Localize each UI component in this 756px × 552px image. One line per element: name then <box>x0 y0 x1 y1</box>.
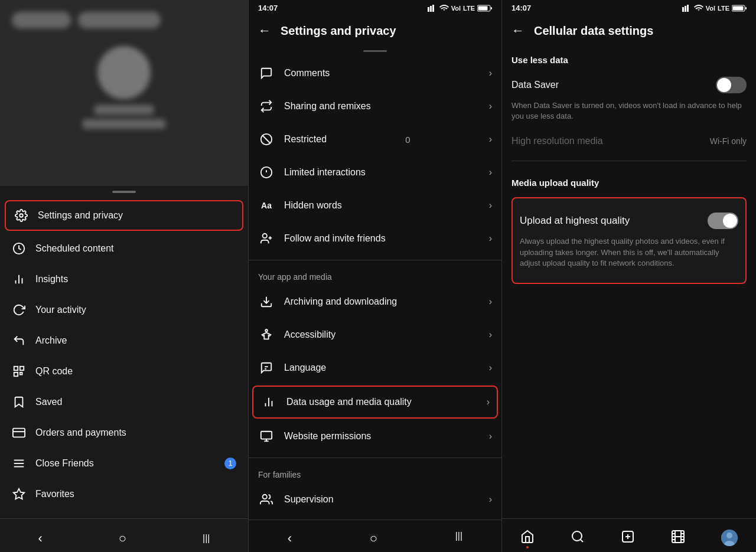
settings-item-data-usage[interactable]: Data usage and media quality › <box>252 386 498 419</box>
data-saver-description: When Data Saver is turned on, videos won… <box>511 100 747 129</box>
back-button[interactable]: ‹ <box>38 531 42 546</box>
home-button[interactable]: ○ <box>119 531 126 546</box>
sidebar-item-label: Orders and payments <box>35 427 126 438</box>
status-icons-middle: Vol LTE <box>428 5 492 12</box>
reels-nav-button[interactable] <box>671 530 685 546</box>
settings-item-language[interactable]: Language › <box>249 351 501 384</box>
recents-button[interactable]: ||| <box>203 533 210 544</box>
search-nav-button[interactable] <box>571 530 585 546</box>
add-nav-button[interactable] <box>621 530 635 546</box>
svg-point-29 <box>263 234 267 238</box>
svg-point-33 <box>265 329 268 332</box>
right-bottom-nav <box>502 518 756 552</box>
sharing-icon <box>258 98 275 115</box>
chevron-icon: › <box>489 296 492 307</box>
supervision-icon <box>258 491 275 508</box>
svg-point-49 <box>572 531 582 541</box>
svg-point-42 <box>263 495 267 499</box>
svg-rect-7 <box>14 373 18 376</box>
back-arrow-middle[interactable]: ← <box>258 23 271 38</box>
upload-quality-row: Upload at highest quality <box>520 205 738 236</box>
sidebar-item-your-activity[interactable]: Your activity <box>0 295 248 325</box>
item-label: Language <box>284 362 326 373</box>
sidebar-item-saved[interactable]: Saved <box>0 387 248 417</box>
svg-rect-9 <box>13 429 25 437</box>
divider-top <box>363 50 387 52</box>
sidebar-item-scheduled-content[interactable]: Scheduled content <box>0 233 248 264</box>
middle-header: ← Settings and privacy <box>249 16 501 45</box>
sidebar-item-close-friends[interactable]: Close Friends 1 <box>0 448 248 479</box>
sidebar-item-archive[interactable]: Archive <box>0 325 248 356</box>
back-arrow-right[interactable]: ← <box>511 23 524 38</box>
data-saver-row: Data Saver <box>511 70 747 100</box>
data-saver-toggle[interactable] <box>716 77 747 93</box>
recents-button-m[interactable]: ||| <box>455 531 462 546</box>
item-label: Limited interactions <box>284 167 366 178</box>
upload-quality-section: Upload at highest quality Always upload … <box>511 197 747 284</box>
sidebar-item-orders-payments[interactable]: Orders and payments <box>0 417 248 448</box>
left-bottom-nav: ‹ ○ ||| <box>0 518 248 552</box>
settings-item-follow-invite[interactable]: Follow and invite friends › <box>249 222 501 255</box>
settings-item-comments[interactable]: Comments › <box>249 57 501 90</box>
right-header: ← Cellular data settings <box>502 16 756 45</box>
settings-item-hidden-words[interactable]: Aa Hidden words › <box>249 189 501 222</box>
svg-rect-45 <box>687 5 689 12</box>
item-label: Comments <box>284 68 330 79</box>
settings-item-limited-interactions[interactable]: Limited interactions › <box>249 156 501 189</box>
settings-item-website-permissions[interactable]: Website permissions › <box>249 420 501 453</box>
restricted-icon <box>258 131 275 148</box>
svg-rect-8 <box>20 373 22 375</box>
svg-rect-23 <box>491 7 492 9</box>
settings-item-restricted[interactable]: Restricted 0 › <box>249 123 501 156</box>
chevron-icon: › <box>489 134 492 145</box>
home-nav-button[interactable] <box>520 530 535 546</box>
time-right: 14:07 <box>511 4 531 12</box>
time-middle: 14:07 <box>258 4 278 12</box>
hidden-words-icon: Aa <box>258 197 275 214</box>
settings-item-archiving[interactable]: Archiving and downloading › <box>249 285 501 318</box>
home-button-m[interactable]: ○ <box>370 531 377 546</box>
archiving-icon <box>258 293 275 310</box>
sidebar-item-label: Settings and privacy <box>38 210 123 221</box>
settings-item-sharing[interactable]: Sharing and remixes › <box>249 90 501 123</box>
discover-icon <box>12 518 26 518</box>
item-label: Accessibility <box>284 329 335 340</box>
right-panel-title: Cellular data settings <box>534 24 653 38</box>
sidebar-item-insights[interactable]: Insights <box>0 264 248 295</box>
chevron-icon: › <box>489 329 492 340</box>
svg-rect-43 <box>682 7 684 12</box>
middle-panel: 14:07 Vol LTE ← Settings and privacy Com… <box>248 0 502 552</box>
data-saver-label: Data Saver <box>511 80 559 90</box>
qr-icon <box>12 364 26 378</box>
status-icons-right: Vol LTE <box>682 5 747 12</box>
sidebar-item-discover-people[interactable]: Discover people <box>0 509 248 518</box>
status-bar-middle: 14:07 Vol LTE <box>249 0 501 16</box>
back-button-m[interactable]: ‹ <box>288 531 292 546</box>
close-friends-icon <box>12 456 26 471</box>
upload-quality-title: Media upload quality <box>511 168 747 192</box>
upload-quality-toggle[interactable] <box>708 213 738 229</box>
item-label: Website permissions <box>284 431 371 442</box>
sidebar-item-label: Favorites <box>35 489 74 499</box>
sidebar-item-label: Close Friends <box>35 458 94 469</box>
sidebar-item-label: Your activity <box>35 305 86 315</box>
settings-icon <box>14 208 28 223</box>
section-app-media: Your app and media <box>249 265 501 285</box>
chevron-icon: › <box>487 397 490 407</box>
chevron-icon: › <box>489 200 492 211</box>
item-label: Supervision <box>284 494 334 505</box>
sidebar-item-label: Scheduled content <box>35 243 114 254</box>
chevron-icon: › <box>489 233 492 244</box>
profile-nav-button[interactable] <box>721 530 738 546</box>
use-less-data-title: Use less data <box>511 45 747 70</box>
item-label: Archiving and downloading <box>284 296 397 307</box>
settings-item-accessibility[interactable]: Accessibility › <box>249 318 501 351</box>
section-divider2 <box>249 458 501 458</box>
restricted-badge: 0 <box>405 135 410 145</box>
sidebar-item-qr-code[interactable]: QR code <box>0 356 248 387</box>
sidebar-item-favorites[interactable]: Favorites <box>0 479 248 509</box>
settings-item-supervision[interactable]: Supervision › <box>249 483 501 516</box>
sidebar-item-settings-privacy[interactable]: Settings and privacy <box>5 200 243 231</box>
chevron-icon: › <box>489 167 492 178</box>
chevron-icon: › <box>489 431 492 442</box>
